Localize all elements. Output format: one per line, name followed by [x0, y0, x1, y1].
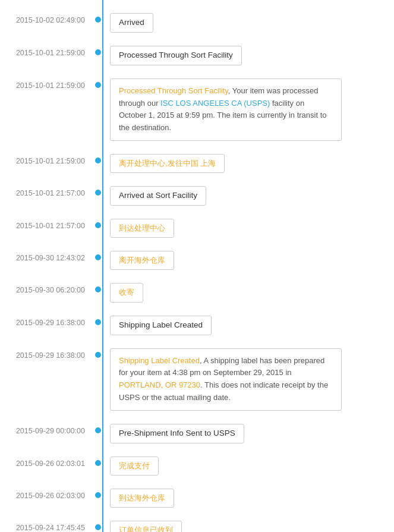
timeline-dot-wrapper [92, 218, 104, 228]
timeline-item: 2015-10-01 21:59:00 Processed Through So… [0, 39, 394, 71]
timeline-content: Pre-Shipment Info Sent to USPS [104, 423, 394, 443]
timeline-timestamp: 2015-09-30 12:43:02 [0, 250, 92, 264]
timeline-event-label: Pre-Shipment Info Sent to USPS [110, 424, 244, 443]
timeline-event-label: Processed Through Sort Facility [110, 46, 242, 65]
timeline-item: 2015-10-01 21:57:00 Arrived at Sort Faci… [0, 179, 394, 212]
timeline-timestamp: 2015-09-29 00:00:00 [0, 423, 92, 437]
timeline-event-label: Shipping Label Created [110, 316, 212, 335]
timeline-dot-wrapper [92, 77, 104, 88]
timeline-dot [95, 222, 101, 228]
timeline-timestamp: 2015-09-30 06:20:00 [0, 282, 92, 296]
timeline-timestamp: 2015-10-01 21:57:00 [0, 185, 92, 199]
timeline-content: 离开海外仓库 [104, 250, 394, 270]
timeline-dot [95, 158, 101, 163]
timeline-item: 2015-09-29 16:38:00 Shipping Label Creat… [0, 341, 394, 417]
timeline-dot-wrapper [92, 250, 104, 260]
timeline-dot [95, 352, 101, 358]
timeline-item: 2015-09-26 02:03:00 到达海外仓库 [0, 481, 394, 514]
timeline-detail-box: Shipping Label Created, A shipping label… [110, 348, 342, 411]
timeline-timestamp: 2015-10-02 02:49:00 [0, 12, 92, 26]
timeline-container: 2015-10-02 02:49:00 Arrived 2015-10-01 2… [0, 0, 394, 532]
timeline-dot [95, 190, 101, 196]
timeline-dot-wrapper [92, 455, 104, 466]
timeline-item: 2015-09-30 12:43:02 离开海外仓库 [0, 244, 394, 276]
timeline-content: Arrived [104, 12, 394, 33]
timeline-dot-wrapper [92, 347, 104, 358]
timeline-timestamp: 2015-09-29 16:38:00 [0, 347, 92, 361]
timeline-content: 完成支付 [104, 455, 394, 476]
detail-highlight: PORTLAND, OR 97230 [119, 380, 200, 389]
timeline-event-label: 到达处理中心 [110, 219, 174, 238]
timeline-dot [95, 492, 101, 498]
timeline-item: 2015-09-30 06:20:00 收寄 [0, 276, 394, 308]
timeline-dot [95, 319, 101, 325]
timeline-item: 2015-09-29 16:38:00 Shipping Label Creat… [0, 309, 394, 341]
timeline-content: 订单信息已收到 [104, 520, 394, 532]
timeline-timestamp: 2015-09-24 17:45:45 [0, 520, 92, 532]
timeline-timestamp: 2015-09-26 02:03:00 [0, 487, 92, 502]
timeline-timestamp: 2015-09-26 02:03:01 [0, 455, 92, 470]
timeline-event-label: Arrived [110, 13, 153, 33]
detail-prefix: Shipping Label Created [119, 356, 200, 365]
timeline-timestamp: 2015-10-01 21:57:00 [0, 218, 92, 232]
timeline-content: Shipping Label Created [104, 314, 394, 335]
timeline-item: 2015-09-24 17:45:45 订单信息已收到 [0, 514, 394, 532]
timeline-dot-wrapper [92, 520, 104, 530]
timeline-content: 到达处理中心 [104, 218, 394, 238]
timeline-dot [95, 82, 101, 88]
timeline-item: 2015-10-01 21:57:00 到达处理中心 [0, 212, 394, 244]
timeline-dot [95, 524, 101, 530]
detail-prefix: Processed Through Sort Facility [119, 86, 228, 95]
timeline-timestamp: 2015-10-01 21:59:00 [0, 153, 92, 167]
timeline-dot-wrapper [92, 487, 104, 498]
detail-highlight: ISC LOS ANGELES CA (USPS) [160, 99, 270, 108]
timeline-dot [95, 460, 101, 466]
timeline-dot-wrapper [92, 45, 104, 55]
timeline-event-label: 离开处理中心,发往中国 上海 [110, 154, 225, 173]
timeline-item: 2015-09-26 02:03:01 完成支付 [0, 449, 394, 481]
timeline-event-label: 订单信息已收到 [110, 521, 182, 532]
timeline-timestamp: 2015-09-29 16:38:00 [0, 314, 92, 329]
timeline-dot [95, 49, 101, 55]
timeline-item: 2015-09-29 00:00:00 Pre-Shipment Info Se… [0, 417, 394, 449]
timeline-content: Processed Through Sort Facility, Your it… [104, 77, 394, 141]
timeline-event-label: Arrived at Sort Facility [110, 186, 206, 206]
timeline-timestamp: 2015-10-01 21:59:00 [0, 77, 92, 92]
timeline-content: Shipping Label Created, A shipping label… [104, 347, 394, 411]
timeline-dot-wrapper [92, 282, 104, 292]
timeline-content: 离开处理中心,发往中国 上海 [104, 153, 394, 173]
timeline-dot-wrapper [92, 185, 104, 196]
timeline-dot-wrapper [92, 423, 104, 433]
timeline-dot [95, 427, 101, 433]
timeline-dot [95, 254, 101, 260]
timeline-content: 收寄 [104, 282, 394, 302]
timeline-timestamp: 2015-10-01 21:59:00 [0, 45, 92, 59]
timeline-event-label: 离开海外仓库 [110, 251, 174, 270]
timeline-detail-box: Processed Through Sort Facility, Your it… [110, 78, 342, 141]
timeline-dot-wrapper [92, 314, 104, 325]
timeline-content: 到达海外仓库 [104, 487, 394, 508]
timeline-event-label: 收寄 [110, 283, 143, 302]
timeline-item: 2015-10-02 02:49:00 Arrived [0, 6, 394, 39]
timeline-dot-wrapper [92, 153, 104, 163]
timeline-event-label: 到达海外仓库 [110, 489, 174, 508]
timeline-content: Processed Through Sort Facility [104, 45, 394, 65]
timeline-item: 2015-10-01 21:59:00 Processed Through So… [0, 71, 394, 147]
timeline-item: 2015-10-01 21:59:00 离开处理中心,发往中国 上海 [0, 147, 394, 179]
timeline-dot [95, 287, 101, 292]
timeline-event-label: 完成支付 [110, 457, 159, 476]
timeline-dot [95, 17, 101, 23]
timeline-dot-wrapper [92, 12, 104, 23]
timeline-content: Arrived at Sort Facility [104, 185, 394, 206]
